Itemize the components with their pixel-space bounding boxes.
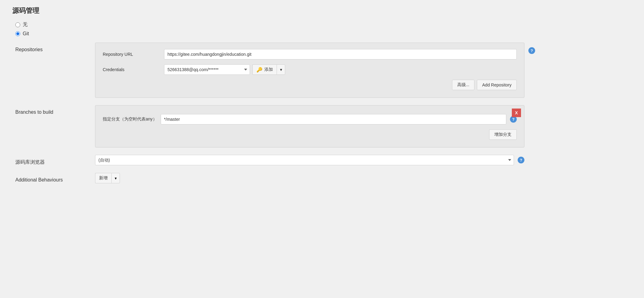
radio-none-input[interactable] (15, 22, 20, 27)
credentials-select[interactable]: 526631388@qq.com/****** (164, 64, 250, 75)
add-credentials-dropdown[interactable]: ▾ (277, 64, 285, 75)
add-credentials-group: 🔑 添加 ▾ (252, 64, 285, 75)
add-branch-button[interactable]: 增加分支 (489, 129, 517, 140)
source-browser-row: (自动) ? (95, 155, 524, 165)
additional-add-button[interactable]: 新增 (95, 173, 111, 183)
add-credentials-button[interactable]: 🔑 添加 (252, 64, 277, 75)
repository-url-label: Repository URL (103, 52, 164, 57)
repositories-panel: ? Repository URL Credentials 526631388@q… (95, 43, 524, 98)
branch-field-label: 指定分支（为空时代表any） (103, 117, 157, 122)
repository-url-input[interactable] (164, 49, 517, 59)
radio-git[interactable]: Git (15, 31, 632, 36)
branches-label: Branches to build (15, 105, 95, 115)
add-repository-button[interactable]: Add Repository (477, 80, 517, 90)
advanced-button[interactable]: 高级... (452, 80, 475, 90)
radio-git-input[interactable] (15, 31, 20, 36)
additional-dropdown-button[interactable]: ▾ (111, 173, 120, 183)
additional-behaviours-group: 新增 ▾ (95, 173, 524, 183)
radio-none[interactable]: 无 (15, 21, 632, 28)
source-browser-label: 源码库浏览器 (15, 155, 95, 166)
source-browser-select[interactable]: (自动) (95, 155, 514, 165)
page-title: 源码管理 (12, 6, 632, 15)
additional-dropdown-arrow: ▾ (115, 176, 117, 181)
repositories-help-icon[interactable]: ? (528, 47, 535, 54)
source-browser-help-icon[interactable]: ? (518, 157, 524, 163)
credentials-label: Credentials (103, 67, 164, 72)
delete-branch-button[interactable]: X (512, 109, 521, 117)
radio-git-label: Git (23, 31, 29, 36)
add-credentials-label: 添加 (264, 67, 273, 72)
key-icon: 🔑 (256, 67, 263, 73)
branches-panel: X 指定分支（为空时代表any） ? 增加分支 (95, 105, 524, 147)
repositories-label: Repositories (15, 43, 95, 52)
additional-behaviours-label: Additional Behaviours (15, 173, 95, 183)
branch-input[interactable] (161, 114, 506, 124)
radio-none-label: 无 (23, 21, 28, 28)
